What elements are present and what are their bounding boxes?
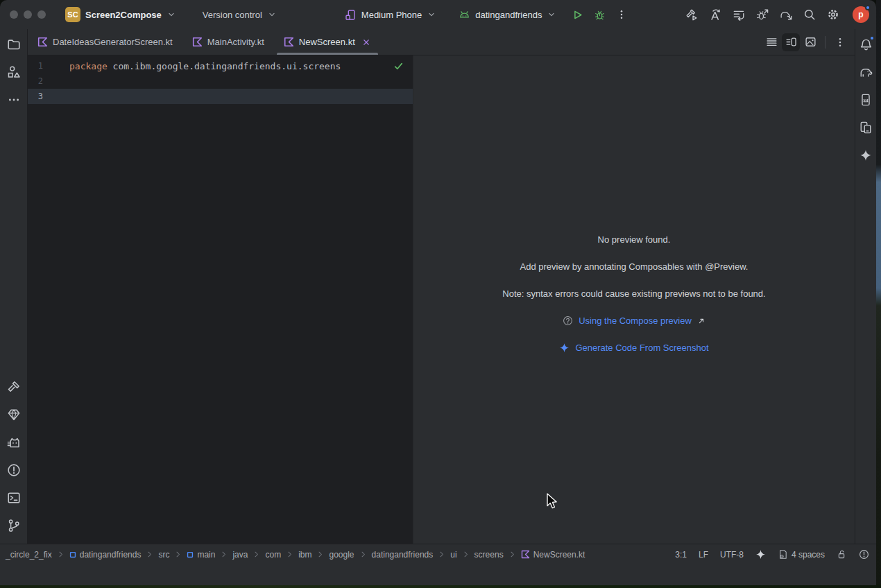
chevron-right-icon <box>219 550 228 559</box>
project-widget[interactable]: SC Screen2Compose <box>61 4 180 25</box>
terminal-tool-button[interactable] <box>4 488 24 508</box>
close-tab-icon[interactable] <box>361 37 371 47</box>
gradle-sync-button[interactable] <box>776 5 796 24</box>
minimize-window-button[interactable] <box>24 10 32 19</box>
status-bar: _circle_2_fix datingandfriends src main … <box>0 544 876 564</box>
design-view-button[interactable] <box>801 33 819 51</box>
split-view-icon <box>785 36 797 48</box>
device-phone-icon <box>345 9 357 21</box>
running-devices-tool-button[interactable] <box>856 90 875 110</box>
line-number: 2 <box>28 76 69 86</box>
chevron-right-icon <box>437 550 446 559</box>
device-selector[interactable]: Medium Phone <box>341 6 440 24</box>
apply-code-changes-button[interactable] <box>705 5 725 24</box>
inspections-ok-check-icon[interactable] <box>393 61 404 71</box>
build-tool-button[interactable] <box>4 377 24 397</box>
external-link-icon <box>697 317 705 325</box>
project-tool-button[interactable] <box>4 35 24 54</box>
sparkle-icon <box>559 343 570 353</box>
attach-debugger-button[interactable] <box>753 5 772 24</box>
app-quality-insights-tool-button[interactable] <box>4 405 24 424</box>
line-separator-widget[interactable]: LF <box>699 550 708 560</box>
settings-button[interactable] <box>823 5 843 24</box>
preview-options-button[interactable] <box>831 33 849 51</box>
keyword-token: package <box>69 61 108 71</box>
compose-preview-panel: No preview found. Add preview by annotat… <box>413 55 855 544</box>
zoom-window-button[interactable] <box>37 10 46 19</box>
preview-message-hint: Add preview by annotating Composables wi… <box>520 261 749 272</box>
bug-icon <box>594 9 606 21</box>
module-icon <box>69 551 76 558</box>
code-view-button[interactable] <box>762 33 780 51</box>
help-link-text[interactable]: Using the Compose preview <box>579 315 692 326</box>
git-branch-icon <box>7 519 21 533</box>
notifications-button[interactable] <box>856 35 875 54</box>
tab-label: NewScreen.kt <box>299 37 355 47</box>
generate-code-from-screenshot-link[interactable]: Generate Code From Screenshot <box>559 343 708 353</box>
tab-newscreen[interactable]: NewScreen.kt <box>274 29 381 55</box>
chevron-right-icon <box>359 550 368 559</box>
version-control-tool-button[interactable] <box>4 516 24 535</box>
generate-link-text[interactable]: Generate Code From Screenshot <box>575 343 708 353</box>
breadcrumb-label: _circle_2_fix <box>6 550 52 560</box>
caret-position-widget[interactable]: 3:1 <box>675 550 687 560</box>
device-selector-label: Medium Phone <box>361 10 422 20</box>
breadcrumb-item[interactable]: screens <box>474 550 504 560</box>
tab-dateideasgeneratorscreen[interactable]: DateIdeasGeneratorScreen.kt <box>28 29 182 55</box>
tab-label: DateIdeasGeneratorScreen.kt <box>53 37 173 47</box>
breadcrumb-label: screens <box>474 550 504 560</box>
build-run-button[interactable] <box>682 5 701 24</box>
breadcrumb-item-file[interactable]: NewScreen.kt <box>521 550 585 560</box>
android-icon <box>459 9 470 21</box>
code-editor[interactable]: 1 package com.ibm.google.datingandfriend… <box>28 55 413 544</box>
breadcrumb-item[interactable]: google <box>329 550 354 560</box>
preview-message-note: Note: syntax errors could cause existing… <box>502 288 765 299</box>
mouse-cursor <box>545 492 558 510</box>
device-manager-tool-button[interactable] <box>856 118 875 137</box>
breadcrumb-item[interactable]: _circle_2_fix <box>6 550 52 560</box>
encoding-widget[interactable]: UTF-8 <box>720 550 744 560</box>
gemini-status-sparkle-icon[interactable] <box>755 549 766 560</box>
more-tool-windows-button[interactable] <box>4 90 24 110</box>
breadcrumb-item[interactable]: datingandfriends <box>372 550 434 560</box>
status-bar-widgets: 3:1 LF UTF-8 4 spaces <box>675 549 869 560</box>
vcs-widget[interactable]: Version control <box>198 7 281 23</box>
breadcrumb-item[interactable]: src <box>158 550 169 560</box>
breadcrumb-item[interactable]: ui <box>450 550 456 560</box>
breadcrumb-item[interactable]: com <box>265 550 281 560</box>
run-configuration-selector[interactable]: datingandfriends <box>454 6 561 24</box>
error-highlight-icon[interactable] <box>859 549 869 560</box>
main-area: DateIdeasGeneratorScreen.kt MainActivity… <box>0 29 876 544</box>
split-view-button[interactable] <box>782 33 800 51</box>
search-everywhere-button[interactable] <box>800 5 819 24</box>
restart-activity-button[interactable] <box>729 5 749 24</box>
logcat-tool-button[interactable] <box>4 433 24 452</box>
resource-manager-tool-button[interactable] <box>4 62 24 82</box>
gemini-tool-button[interactable] <box>856 146 875 165</box>
breadcrumb-label: NewScreen.kt <box>533 550 585 560</box>
toolbar-divider <box>825 36 826 49</box>
run-button[interactable] <box>567 5 587 24</box>
exclamation-circle-icon <box>7 463 21 477</box>
breadcrumb-item[interactable]: ibm <box>298 550 311 560</box>
indent-widget[interactable]: 4 spaces <box>778 549 825 560</box>
debug-button[interactable] <box>590 5 609 24</box>
tab-mainactivity[interactable]: MainActivity.kt <box>182 29 274 55</box>
run-configuration-label: datingandfriends <box>475 10 542 20</box>
more-actions-button[interactable] <box>612 5 631 24</box>
gradle-sync-icon <box>780 8 793 21</box>
title-bar: SC Screen2Compose Version control Medium… <box>0 0 876 29</box>
terminal-icon <box>7 491 21 505</box>
gradle-tool-button[interactable] <box>856 62 875 82</box>
ellipsis-icon <box>8 94 20 106</box>
breadcrumb-item[interactable]: java <box>232 550 248 560</box>
chevron-right-icon <box>285 550 294 559</box>
problems-tool-button[interactable] <box>4 460 24 480</box>
close-window-button[interactable] <box>10 10 18 19</box>
breadcrumb-item[interactable]: main <box>187 550 215 560</box>
profile-menu[interactable]: p <box>853 6 869 23</box>
gem-icon <box>7 408 21 422</box>
breadcrumb-item[interactable]: datingandfriends <box>69 550 142 560</box>
write-access-unlock-icon[interactable] <box>837 549 847 560</box>
compose-preview-help-link[interactable]: Using the Compose preview <box>563 315 705 326</box>
